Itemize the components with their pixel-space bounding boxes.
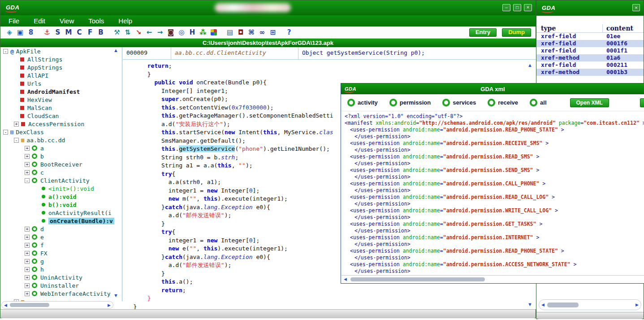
code-line[interactable]: } — [123, 294, 536, 303]
tree-item[interactable]: MalScan — [0, 104, 122, 112]
redo-icon[interactable]: ↘ — [133, 27, 144, 38]
code-line[interactable]: } — [123, 303, 536, 310]
code-line[interactable]: } — [123, 70, 536, 79]
code-line[interactable]: return; — [123, 62, 536, 70]
tree-item[interactable]: +BootReceiver — [0, 160, 122, 168]
expand-icon[interactable]: + — [25, 267, 30, 272]
expand-icon[interactable]: + — [25, 146, 30, 151]
tree-item[interactable]: CloudScan — [0, 112, 122, 120]
entry-button[interactable]: Entry — [469, 28, 497, 37]
strings-icon[interactable]: S — [52, 27, 63, 38]
expand-icon[interactable]: + — [25, 227, 30, 232]
menu-item-tools[interactable]: Tools — [84, 17, 114, 25]
open-xml-button[interactable]: Open XML — [570, 98, 609, 107]
jump-icon[interactable]: ⇅ — [122, 27, 133, 38]
xml-tab-services[interactable]: services — [442, 99, 476, 106]
scroll-thumb[interactable] — [10, 303, 49, 307]
tree-item[interactable]: <init>():void — [0, 184, 122, 193]
robot-icon[interactable]: ◘ — [235, 27, 246, 38]
bytecode-icon[interactable]: B — [95, 27, 106, 38]
code-line[interactable]: return; — [123, 286, 536, 295]
tree-item[interactable]: Urls — [0, 79, 122, 88]
code-scroll-down-icon[interactable]: ▼ — [527, 302, 532, 307]
tree-item[interactable]: AndroidManifest — [0, 88, 122, 96]
xref-row[interactable]: xref-field000211 — [536, 61, 644, 69]
globe-icon[interactable]: ◈ — [4, 27, 15, 38]
back-arrow-icon[interactable]: ← — [144, 27, 155, 38]
methods-icon[interactable]: M — [63, 27, 74, 38]
forward-arrow-icon[interactable]: → — [155, 27, 165, 38]
code-scroll-up-icon[interactable]: ▲ — [527, 62, 532, 68]
menu-item-file[interactable]: File — [4, 17, 29, 25]
tree-item[interactable]: onCreate(Bundle):v — [0, 217, 122, 225]
help-icon[interactable]: ? — [284, 27, 294, 38]
tree-item[interactable]: +d — [0, 225, 122, 233]
expand-icon[interactable]: + — [25, 275, 30, 280]
tree-item[interactable]: +WebInterfaceActivity — [0, 289, 122, 298]
tree-item[interactable]: +h — [0, 265, 122, 273]
tree-item[interactable]: -▦aa.bb.cc.dd — [0, 136, 122, 144]
camera-icon[interactable]: ◙ — [165, 27, 176, 38]
scroll-left-icon[interactable]: ◀ — [344, 277, 347, 281]
tree-item[interactable]: a():void — [0, 193, 122, 201]
scroll-right-icon[interactable]: ▶ — [108, 303, 111, 307]
tree-item[interactable]: AppStrings — [0, 63, 122, 71]
grid-icon[interactable]: ⊞ — [268, 27, 278, 38]
expand-icon[interactable]: + — [25, 259, 30, 264]
tree-item[interactable]: onActivityResult(i — [0, 209, 122, 217]
xref-row[interactable]: xref-field0001f6 — [536, 40, 644, 47]
menu-item-view[interactable]: View — [55, 17, 84, 25]
clipped-button[interactable] — [640, 98, 644, 107]
collapse-icon[interactable]: - — [25, 178, 30, 183]
save-icon[interactable]: ▣ — [15, 27, 26, 38]
tree-item[interactable]: -ClientActivity — [0, 176, 122, 184]
expand-icon[interactable]: + — [25, 162, 30, 167]
expand-icon[interactable]: + — [25, 291, 30, 296]
collapse-icon[interactable]: - — [14, 138, 19, 143]
close-icon[interactable]: × — [632, 4, 640, 11]
xref-horizontal-scrollbar[interactable]: ◀ ▶ — [539, 299, 641, 310]
collapse-icon[interactable]: - — [3, 130, 8, 135]
xml-tab-permission[interactable]: permission — [389, 99, 431, 106]
maximize-button[interactable]: □ — [513, 4, 521, 11]
tree-item[interactable]: +b — [0, 152, 122, 160]
tree-item[interactable]: -▤DexClass — [0, 128, 122, 136]
xref-col-content[interactable]: content — [603, 24, 644, 32]
expand-icon[interactable]: + — [25, 283, 30, 288]
expand-icon[interactable]: + — [25, 251, 30, 256]
tree-item[interactable]: +AccessPermission — [0, 120, 122, 128]
close-button[interactable]: × — [524, 4, 532, 11]
scroll-left-icon[interactable]: ◀ — [541, 302, 545, 307]
xml-tab-all[interactable]: all — [530, 99, 546, 106]
scroll-thumb[interactable] — [547, 302, 579, 307]
colors-icon[interactable] — [211, 29, 217, 35]
scroll-left-icon[interactable]: ◀ — [4, 303, 7, 307]
tree-item[interactable]: -@ApkFile — [0, 47, 122, 55]
tree-item[interactable]: b():void — [0, 201, 122, 209]
tree-item[interactable]: +UninActivity — [0, 273, 122, 281]
tree-item[interactable]: +a — [0, 144, 122, 152]
expand-icon[interactable]: + — [25, 235, 30, 240]
expand-icon[interactable]: + — [25, 243, 30, 248]
fields-icon[interactable]: F — [85, 27, 95, 38]
menu-item-edit[interactable]: Edit — [29, 17, 55, 25]
search-doc-icon[interactable]: ◎ — [176, 27, 187, 38]
xref-row[interactable]: xref-field01ee — [536, 33, 644, 40]
tree-horizontal-scrollbar[interactable]: ◀ ▶ — [1, 301, 113, 309]
xref-row[interactable]: xref-method0001b3 — [536, 69, 644, 76]
expand-icon[interactable]: + — [14, 122, 19, 127]
command-icon[interactable]: ⌘ — [246, 27, 257, 38]
minimize-button[interactable]: – — [502, 4, 510, 11]
hexview-icon[interactable]: H — [187, 27, 198, 38]
xref-col-type[interactable]: type — [536, 24, 603, 32]
tools-icon[interactable]: ⚒ — [112, 27, 122, 38]
dump-button[interactable]: Dump — [502, 28, 531, 37]
tree-item[interactable]: +g — [0, 257, 122, 265]
tree-item[interactable]: AllStrings — [0, 55, 122, 63]
scroll-thumb[interactable] — [350, 277, 485, 281]
xref-row[interactable]: xref-method01a6 — [536, 54, 644, 61]
tree-item[interactable]: +FX — [0, 249, 122, 257]
collapse-icon[interactable]: - — [3, 49, 8, 54]
hex-eight-icon[interactable]: 8 — [26, 27, 36, 38]
tree-item[interactable]: +▦ — [0, 298, 122, 301]
